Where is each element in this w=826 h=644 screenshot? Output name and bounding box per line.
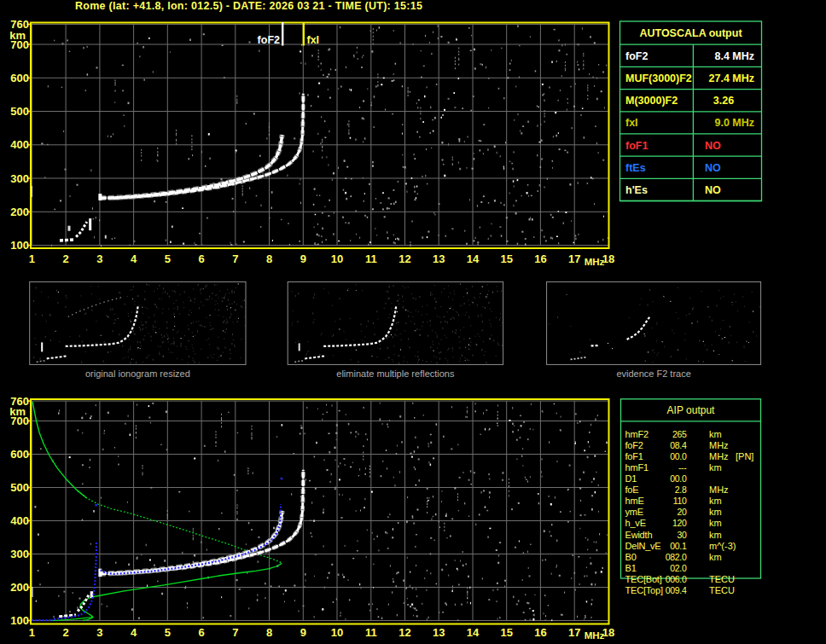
- svg-text:11: 11: [365, 626, 377, 639]
- svg-text:fxI: fxI: [625, 117, 638, 129]
- svg-text:10: 10: [331, 252, 343, 265]
- svg-text:M(3000)F2: M(3000)F2: [625, 95, 678, 107]
- svg-text:foF2: foF2: [625, 50, 648, 62]
- svg-text:9: 9: [300, 252, 306, 265]
- svg-text:km: km: [709, 429, 722, 439]
- svg-text:foE: foE: [625, 484, 639, 495]
- svg-text:8.4 MHz: 8.4 MHz: [714, 50, 754, 62]
- svg-text:082.0: 082.0: [666, 552, 687, 562]
- svg-text:17: 17: [568, 626, 580, 639]
- svg-text:foF1: foF1: [625, 451, 643, 461]
- svg-text:m^(-3): m^(-3): [709, 541, 736, 551]
- svg-text:7: 7: [232, 626, 238, 639]
- svg-text:15: 15: [500, 626, 512, 639]
- svg-text:D1: D1: [625, 473, 637, 484]
- svg-text:300: 300: [10, 172, 29, 185]
- svg-text:km: km: [709, 518, 722, 528]
- svg-text:1: 1: [29, 626, 35, 639]
- svg-text:8: 8: [266, 252, 272, 265]
- svg-text:2: 2: [62, 626, 68, 639]
- svg-text:MHz: MHz: [585, 630, 605, 641]
- svg-text:km: km: [709, 530, 722, 540]
- svg-text:265: 265: [672, 429, 687, 439]
- svg-text:14: 14: [467, 626, 480, 639]
- svg-text:009.4: 009.4: [666, 585, 687, 595]
- svg-text:ymE: ymE: [625, 507, 643, 517]
- svg-text:2.8: 2.8: [675, 484, 687, 495]
- svg-text:ftEs: ftEs: [625, 162, 646, 174]
- svg-text:1: 1: [29, 252, 35, 265]
- svg-text:fxI: fxI: [307, 34, 320, 46]
- svg-text:TEC[Bot]: TEC[Bot]: [625, 574, 662, 584]
- svg-text:MHz: MHz: [709, 451, 729, 461]
- svg-text:700: 700: [10, 38, 29, 51]
- svg-text:30: 30: [677, 530, 687, 540]
- svg-text:h'Es: h'Es: [625, 184, 648, 196]
- svg-text:NO: NO: [705, 140, 721, 152]
- svg-text:00.0: 00.0: [670, 473, 687, 484]
- svg-text:B0: B0: [625, 552, 637, 562]
- svg-text:h_vE: h_vE: [625, 518, 646, 528]
- svg-text:02.0: 02.0: [670, 563, 687, 573]
- svg-text:4: 4: [131, 626, 137, 639]
- svg-text:08.4: 08.4: [670, 440, 687, 450]
- svg-text:original ionogram resized: original ionogram resized: [85, 368, 190, 379]
- svg-text:14: 14: [467, 252, 480, 265]
- svg-text:8: 8: [266, 626, 272, 639]
- svg-text:00.1: 00.1: [670, 541, 687, 551]
- svg-text:11: 11: [365, 252, 377, 265]
- svg-text:km: km: [709, 462, 722, 473]
- svg-text:3.26: 3.26: [713, 95, 734, 107]
- svg-text:7: 7: [232, 252, 238, 265]
- svg-text:eliminate multiple reflections: eliminate multiple reflections: [336, 368, 455, 379]
- svg-text:AIP output: AIP output: [667, 404, 715, 416]
- svg-text:100: 100: [10, 239, 29, 252]
- svg-text:12: 12: [398, 626, 410, 639]
- svg-text:700: 700: [10, 415, 29, 427]
- svg-text:km: km: [709, 507, 722, 517]
- svg-text:00.0: 00.0: [670, 451, 687, 461]
- svg-text:[PN]: [PN]: [736, 451, 753, 461]
- svg-text:10: 10: [331, 626, 343, 639]
- svg-text:km: km: [709, 552, 722, 562]
- svg-text:006.0: 006.0: [666, 574, 687, 584]
- svg-text:NO: NO: [705, 162, 721, 174]
- svg-text:9: 9: [300, 626, 306, 639]
- svg-text:600: 600: [10, 448, 29, 461]
- svg-text:110: 110: [673, 496, 687, 506]
- svg-text:400: 400: [10, 514, 29, 527]
- svg-text:120: 120: [672, 518, 687, 528]
- svg-text:Ewidth: Ewidth: [625, 530, 653, 540]
- svg-text:17: 17: [568, 252, 580, 265]
- svg-text:5: 5: [165, 252, 171, 265]
- svg-text:---: ---: [678, 462, 687, 473]
- svg-text:20: 20: [677, 507, 687, 517]
- svg-text:3: 3: [96, 626, 102, 639]
- svg-text:2: 2: [62, 252, 68, 265]
- svg-text:6: 6: [198, 252, 204, 265]
- svg-text:MUF(3000)F2: MUF(3000)F2: [625, 73, 692, 84]
- svg-text:500: 500: [10, 105, 29, 118]
- svg-text:600: 600: [10, 72, 29, 84]
- svg-text:16: 16: [534, 252, 546, 265]
- svg-text:200: 200: [10, 581, 29, 594]
- svg-text:DelN_vE: DelN_vE: [625, 541, 661, 551]
- svg-text:4: 4: [131, 252, 137, 265]
- svg-text:9.0 MHz: 9.0 MHz: [714, 117, 754, 129]
- svg-text:300: 300: [10, 548, 29, 560]
- svg-text:5: 5: [165, 626, 171, 639]
- svg-text:MHz: MHz: [709, 484, 729, 495]
- svg-text:12: 12: [398, 252, 410, 265]
- svg-text:3: 3: [96, 252, 102, 265]
- svg-text:NO: NO: [705, 184, 721, 196]
- svg-text:hmE: hmE: [625, 496, 644, 506]
- svg-text:hmF1: hmF1: [625, 462, 649, 473]
- svg-text:13: 13: [433, 252, 445, 265]
- svg-text:200: 200: [10, 206, 29, 218]
- svg-text:13: 13: [433, 626, 445, 639]
- svg-text:Rome (lat: +41.8, lon: 012.5): Rome (lat: +41.8, lon: 012.5) - DATE: 20…: [75, 0, 422, 12]
- svg-text:MHz: MHz: [709, 440, 729, 450]
- svg-text:15: 15: [500, 252, 512, 265]
- svg-text:27.4 MHz: 27.4 MHz: [709, 73, 755, 84]
- svg-text:foF2: foF2: [625, 440, 643, 450]
